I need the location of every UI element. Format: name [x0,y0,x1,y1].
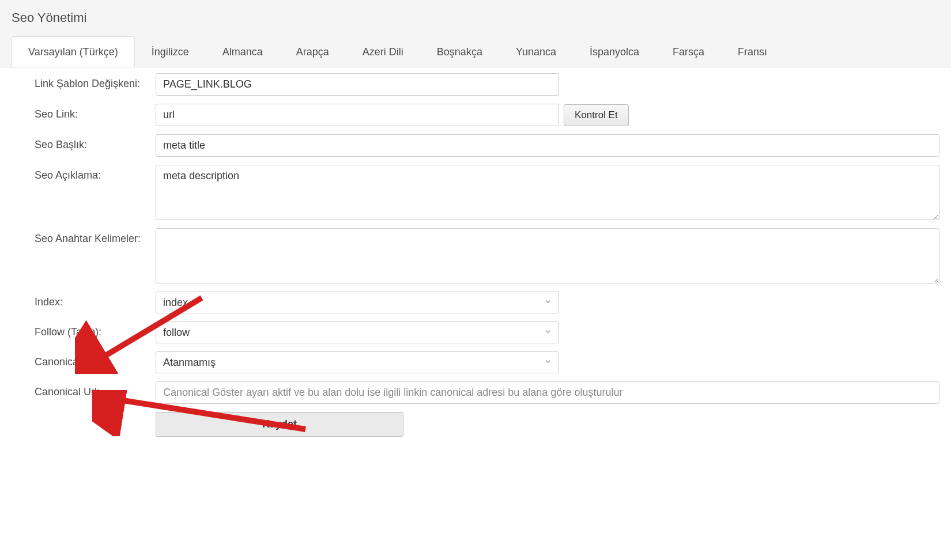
label-canonical-url: Canonical Url: [35,381,156,398]
label-seo-title: Seo Başlık: [35,134,156,151]
input-seo-title[interactable] [156,134,939,157]
input-canonical-url[interactable] [156,381,939,404]
label-seo-description: Seo Açıklama: [35,165,156,181]
tab-ar[interactable]: Arapça [280,36,346,67]
page-header: Seo Yönetimi Varsayılan (Türkçe) İngiliz… [0,0,951,67]
input-link-template[interactable] [156,73,559,96]
select-canonical[interactable]: Atanmamış [156,351,559,373]
tab-label: Boşnakça [437,46,482,58]
row-index: Index: index [35,292,939,313]
page-title: Seo Yönetimi [12,10,939,25]
tab-label: Varsayılan (Türkçe) [28,46,118,58]
save-button[interactable]: Kaydet [156,412,403,437]
row-canonical: Canonical: Atanmamış [35,351,939,373]
row-save: Kaydet [35,412,939,437]
tab-en[interactable]: İngilizce [135,36,206,67]
label-link-template: Link Şablon Değişkeni: [35,73,156,90]
label-follow: Follow (Takip): [35,321,156,338]
select-follow[interactable]: follow [156,321,559,343]
language-tabs: Varsayılan (Türkçe) İngilizce Almanca Ar… [12,36,939,67]
select-index[interactable]: index [156,292,559,313]
tab-bs[interactable]: Boşnakça [420,36,499,67]
tab-default-tr[interactable]: Varsayılan (Türkçe) [12,36,135,67]
tab-fr[interactable]: Fransı [721,36,784,67]
tab-label: Azeri Dili [363,46,403,58]
label-seo-keywords: Seo Anahtar Kelimeler: [35,228,156,245]
tab-fa[interactable]: Farsça [656,36,721,67]
row-canonical-url: Canonical Url: [35,381,939,404]
seo-form: Link Şablon Değişkeni: Seo Link: Kontrol… [0,67,951,462]
label-index: Index: [35,292,156,308]
tab-label: Farsça [673,46,704,58]
row-seo-link: Seo Link: Kontrol Et [35,104,939,126]
tab-label: Yunanca [516,46,556,58]
tab-el[interactable]: Yunanca [499,36,573,67]
check-link-button[interactable]: Kontrol Et [564,104,629,126]
tab-label: İspanyolca [590,46,639,58]
row-seo-description: Seo Açıklama: meta description [35,165,939,220]
row-link-template: Link Şablon Değişkeni: [35,73,939,96]
input-seo-link[interactable] [156,104,559,126]
label-empty [35,412,156,417]
row-follow: Follow (Takip): follow [35,321,939,343]
tab-es[interactable]: İspanyolca [573,36,656,67]
tab-label: İngilizce [152,46,189,58]
label-canonical: Canonical: [35,351,156,368]
label-seo-link: Seo Link: [35,104,156,120]
tab-az[interactable]: Azeri Dili [346,36,420,67]
row-seo-keywords: Seo Anahtar Kelimeler: [35,228,939,283]
tab-label: Fransı [738,46,767,58]
row-seo-title: Seo Başlık: [35,134,939,157]
tab-label: Almanca [222,46,263,58]
tab-label: Arapça [296,46,329,58]
textarea-seo-description[interactable]: meta description [156,165,939,220]
textarea-seo-keywords[interactable] [156,228,939,283]
tab-de[interactable]: Almanca [206,36,280,67]
